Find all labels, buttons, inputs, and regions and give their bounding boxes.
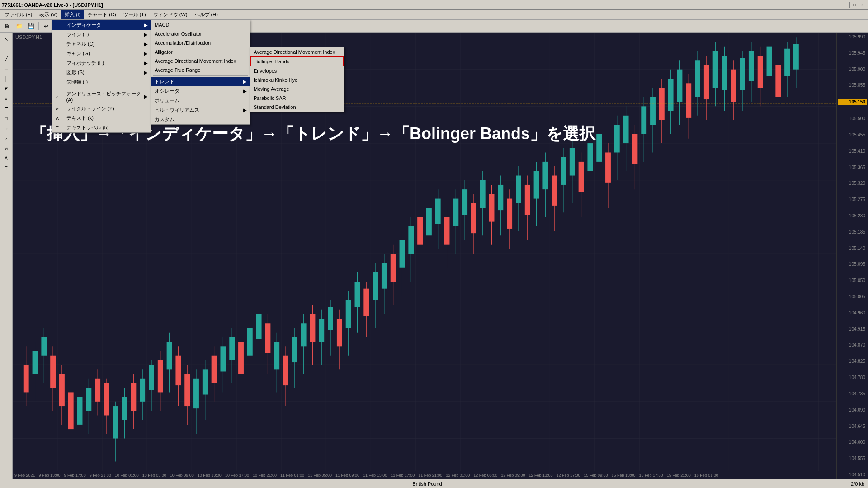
menu-item-trend[interactable]: トレンド ▶ (151, 77, 250, 86)
menu-item-label: 矢印類 (r) (66, 79, 88, 85)
vline-tool[interactable]: │ (1, 74, 11, 83)
menu-item-adx2[interactable]: Average Directional Movement Index (250, 47, 344, 56)
price-label: 105.320 (838, 181, 867, 186)
rect-tool[interactable]: □ (1, 114, 11, 123)
new-chart-button[interactable]: 🗎 (2, 21, 13, 31)
close-button[interactable]: × (859, 2, 866, 8)
minimize-button[interactable]: － (843, 2, 850, 8)
channel-tool[interactable]: ≡ (1, 94, 11, 103)
menu-chart[interactable]: チャート (C) (84, 10, 119, 19)
svg-rect-202 (793, 44, 799, 70)
svg-rect-130 (471, 203, 476, 233)
price-label: 104.600 (838, 440, 867, 445)
menu-insert[interactable]: 挿入 (I) (61, 10, 84, 19)
svg-rect-80 (247, 328, 253, 355)
menu-item-text[interactable]: A テキスト (x) (52, 113, 151, 123)
menu-item-billwilliams[interactable]: ビル・ウィリアムス ▶ (151, 105, 250, 115)
svg-rect-178 (686, 83, 691, 118)
undo-button[interactable]: ↩ (41, 21, 52, 31)
menu-item-envelopes[interactable]: Envelopes (250, 66, 344, 75)
time-label: 9 Feb 2021 (13, 473, 37, 478)
menu-item-cycle[interactable]: ⌀ サイクル・ライン (Y) (52, 104, 151, 113)
menu-item-fibonacci[interactable]: フィボナッチ (F) ▶ (52, 58, 151, 68)
svg-rect-108 (373, 272, 378, 300)
menu-item-label: トレンド (155, 78, 175, 85)
menu-item-custom[interactable]: カスタム (151, 115, 250, 124)
menu-item-bollinger[interactable]: Bollinger Bands (250, 56, 344, 66)
fib-tool[interactable]: ≣ (1, 104, 11, 113)
trendline-tool[interactable]: ◤ (1, 84, 11, 93)
svg-rect-136 (498, 185, 503, 210)
menu-item-gann[interactable]: ギャン (G) ▶ (52, 49, 151, 58)
svg-rect-56 (140, 379, 145, 402)
menu-view[interactable]: 表示 (V) (36, 10, 61, 19)
menu-item-oscillator[interactable]: オシレータ ▶ (151, 86, 250, 96)
menu-item-shapes[interactable]: 図形 (S) ▶ (52, 68, 151, 77)
menu-item-ma[interactable]: Moving Average (250, 84, 344, 94)
svg-rect-102 (346, 300, 351, 328)
menu-item-adx[interactable]: Average Directional Movement Index (151, 56, 250, 66)
svg-rect-62 (167, 342, 172, 369)
svg-rect-46 (95, 379, 100, 402)
menu-item-label: サイクル・ライン (Y) (66, 105, 114, 112)
menu-item-volume[interactable]: ボリューム (151, 96, 250, 105)
svg-rect-196 (767, 47, 772, 76)
pitchfork-tool[interactable]: ∤ (1, 134, 11, 143)
svg-rect-110 (382, 263, 387, 289)
label-tool[interactable]: T (1, 164, 11, 173)
menu-item-arrows[interactable]: 矢印類 (r) (52, 77, 151, 87)
menu-item-atr[interactable]: Average True Range (151, 66, 250, 75)
time-label: 9 Feb 21:00 (88, 473, 113, 478)
menu-item-ao[interactable]: Accelerator Oscillator (151, 29, 250, 38)
svg-rect-68 (193, 379, 199, 408)
menu-item-indicator[interactable]: インディケータ ▶ (52, 20, 151, 30)
svg-rect-174 (668, 79, 674, 111)
svg-rect-96 (319, 319, 324, 342)
menu-item-alligator[interactable]: Alligator (151, 47, 250, 56)
menu-item-stddev[interactable]: Standard Deviation (250, 103, 344, 112)
menu-item-sar[interactable]: Parabolic SAR (250, 94, 344, 103)
svg-rect-126 (453, 199, 458, 226)
maximize-button[interactable]: □ (851, 2, 858, 8)
menu-item-macd[interactable]: MACD (151, 20, 250, 29)
hline-tool[interactable]: ─ (1, 64, 11, 73)
menu-item-label: アンドリュース・ピッチフォーク (A) (66, 90, 147, 103)
menu-file[interactable]: ファイル (F) (1, 10, 36, 19)
svg-rect-164 (623, 116, 629, 143)
cursor-tool[interactable]: ↖ (1, 34, 11, 43)
price-label: 104.780 (838, 375, 867, 380)
time-label: 16 Feb 01:00 (693, 473, 720, 478)
menu-item-label: オシレータ (155, 88, 179, 94)
menu-item-label: Average Directional Movement Index (254, 49, 335, 55)
menu-tools[interactable]: ツール (T) (120, 10, 150, 19)
menu-item-textlabel[interactable]: T テキストラベル (b) (52, 123, 151, 132)
price-label: 105.050 (838, 278, 867, 283)
menu-window[interactable]: ウィンドウ (W) (150, 10, 191, 19)
window-title: 7751661: OANDA-v20 Live-3 - [USDJPY,H1] (2, 2, 103, 8)
cycle-tool[interactable]: ⌀ (1, 144, 11, 153)
menu-item-line[interactable]: ライン (L) ▶ (52, 30, 151, 39)
open-button[interactable]: 📁 (14, 21, 24, 31)
text-tool[interactable]: A (1, 154, 11, 163)
menu-item-label: ライン (L) (66, 31, 89, 38)
time-label: 10 Feb 01:00 (113, 473, 141, 478)
svg-rect-194 (758, 56, 763, 88)
price-label: 105.365 (838, 165, 867, 170)
svg-rect-182 (704, 65, 709, 99)
menu-item-label: テキストラベル (b) (66, 124, 109, 131)
menu-help[interactable]: ヘルプ (H) (191, 10, 222, 19)
menu-item-channel[interactable]: チャネル (C) ▶ (52, 39, 151, 49)
price-label: 105.455 (838, 132, 867, 137)
menu-item-ichimoku[interactable]: Ichimoku Kinko Hyo (250, 75, 344, 84)
svg-rect-122 (435, 199, 441, 224)
svg-rect-64 (175, 356, 181, 385)
menu-item-label: ギャン (G) (66, 50, 90, 57)
svg-rect-42 (77, 397, 83, 425)
menu-item-ad[interactable]: Accumulation/Distribution (151, 38, 250, 47)
crosshair-tool[interactable]: + (1, 44, 11, 53)
save-button[interactable]: 💾 (25, 21, 36, 31)
line-tool[interactable]: ╱ (1, 54, 11, 63)
menu-item-pitchfork[interactable]: ∤ アンドリュース・ピッチフォーク (A) ▶ (52, 89, 151, 104)
arrow-tool[interactable]: → (1, 124, 11, 133)
svg-rect-58 (149, 365, 154, 390)
